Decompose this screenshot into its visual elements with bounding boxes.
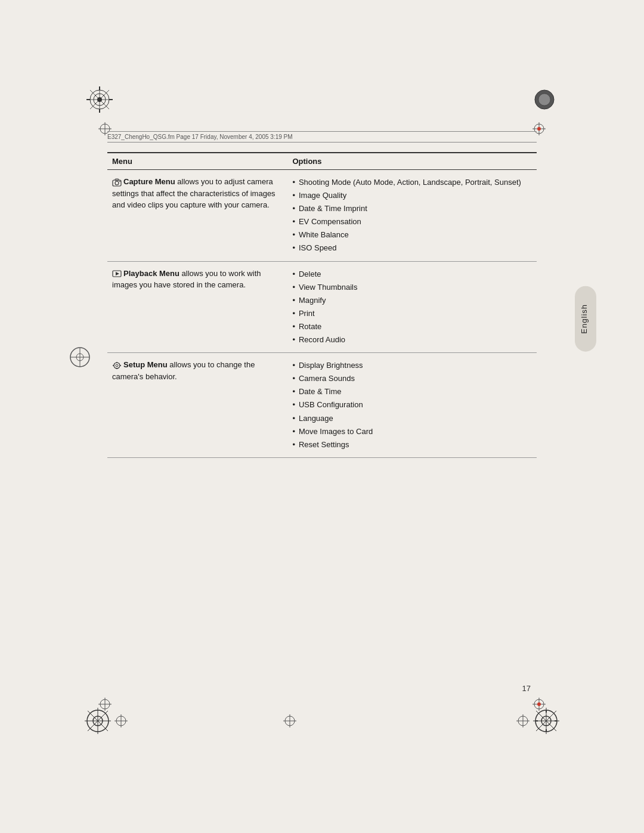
options-list-setup: Display BrightnessCamera SoundsDate & Ti… <box>292 359 532 451</box>
setup-icon <box>112 361 122 370</box>
options-cell-setup: Display BrightnessCamera SoundsDate & Ti… <box>287 353 537 458</box>
list-item: EV Compensation <box>292 215 532 228</box>
deco-circle-topright <box>533 88 556 113</box>
page-number: 17 <box>522 684 531 693</box>
list-item: Delete <box>292 268 532 281</box>
deco-gear-left <box>85 708 111 736</box>
list-item: Camera Sounds <box>292 372 532 385</box>
menu-cell-playback: Playback Menu allows you to work with im… <box>107 261 287 353</box>
header-text: E327_ChengHo_QSG.fm Page 17 Friday, Nove… <box>107 134 293 140</box>
svg-point-10 <box>119 181 120 182</box>
list-item: Print <box>292 307 532 320</box>
list-item: Date & Time <box>292 385 532 398</box>
playback-icon <box>112 270 122 278</box>
table-row: Setup Menu allows you to change the came… <box>107 353 537 458</box>
table-row: Playback Menu allows you to work with im… <box>107 261 537 353</box>
list-item: Record Audio <box>292 333 532 346</box>
col-options-header: Options <box>287 153 537 170</box>
menu-description-setup: Setup Menu allows you to change the came… <box>112 359 283 382</box>
deco-cross-left <box>114 714 128 730</box>
list-item: View Thumbnails <box>292 281 532 294</box>
content-area: Menu Options Capture Menu allows you to … <box>107 152 537 642</box>
camera-icon <box>112 178 122 187</box>
menu-cell-setup: Setup Menu allows you to change the came… <box>107 353 287 458</box>
svg-point-6 <box>537 127 541 131</box>
deco-cross-right <box>516 714 530 730</box>
table-row: Capture Menu allows you to adjust camera… <box>107 170 537 262</box>
svg-point-67 <box>538 94 550 106</box>
list-item: Language <box>292 412 532 425</box>
svg-point-8 <box>115 181 119 185</box>
menu-description-playback: Playback Menu allows you to work with im… <box>112 268 283 291</box>
svg-marker-12 <box>116 272 119 275</box>
list-item: Magnify <box>292 294 532 307</box>
list-item: USB Configuration <box>292 398 532 411</box>
menu-description-capture: Capture Menu allows you to adjust camera… <box>112 176 283 211</box>
options-cell-capture: Shooting Mode (Auto Mode, Action, Landsc… <box>287 170 537 262</box>
list-item: Move Images to Card <box>292 425 532 438</box>
svg-point-13 <box>114 363 120 368</box>
menu-table: Menu Options Capture Menu allows you to … <box>107 152 537 458</box>
menu-name-playback: Playback Menu <box>123 269 179 278</box>
menu-name-setup: Setup Menu <box>123 360 168 369</box>
deco-left-circle <box>69 346 91 371</box>
list-item: Reset Settings <box>292 438 532 451</box>
list-item: Shooting Mode (Auto Mode, Action, Landsc… <box>292 176 532 189</box>
deco-sunburst-topleft <box>86 86 113 115</box>
options-list-capture: Shooting Mode (Auto Mode, Action, Landsc… <box>292 176 532 255</box>
options-cell-playback: DeleteView ThumbnailsMagnifyPrintRotateR… <box>287 261 537 353</box>
list-item: White Balance <box>292 228 532 241</box>
col-menu-header: Menu <box>107 153 287 170</box>
list-item: Image Quality <box>292 189 532 202</box>
menu-name-capture: Capture Menu <box>123 177 175 186</box>
list-item: Display Brightness <box>292 359 532 372</box>
header-strip: E327_ChengHo_QSG.fm Page 17 Friday, Nove… <box>107 131 537 143</box>
svg-point-14 <box>116 364 118 367</box>
list-item: Rotate <box>292 320 532 333</box>
menu-cell-capture: Capture Menu allows you to adjust camera… <box>107 170 287 262</box>
list-item: Date & Time Imprint <box>292 202 532 215</box>
options-list-playback: DeleteView ThumbnailsMagnifyPrintRotateR… <box>292 268 532 347</box>
svg-point-25 <box>537 702 541 706</box>
deco-starburst-right <box>533 708 559 736</box>
list-item: ISO Speed <box>292 241 532 255</box>
deco-cross-center <box>283 714 296 730</box>
language-tab-english: English <box>575 286 596 352</box>
